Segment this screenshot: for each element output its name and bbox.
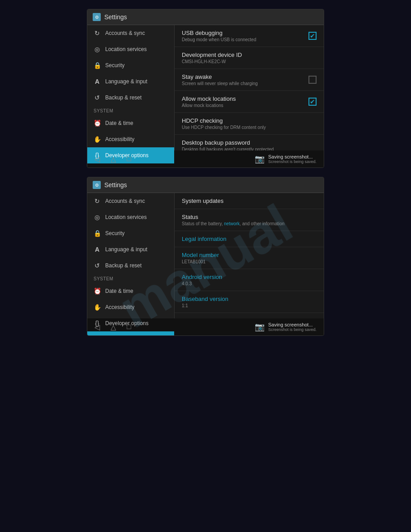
sidebar-label-accessibility-2: Accessibility [105, 304, 134, 310]
sidebar-label-language-1: Language & input [105, 78, 147, 85]
screenshot-icon-1: 📷 [255, 154, 265, 164]
sync-icon-1: ↻ [94, 30, 101, 37]
language-icon-1: A [94, 78, 101, 85]
settings-icon-1: ⚙ [93, 13, 101, 21]
setting-device-id[interactable]: Development device ID CMSI-HGLH-KE2C-W [175, 47, 324, 69]
home-button-2[interactable]: △ [111, 323, 116, 331]
system-updates-title: System updates [182, 197, 317, 204]
status-subtitle: Status of the battery, network, and othe… [182, 221, 317, 226]
sidebar-item-about-2[interactable]: ⓘ About tablet [87, 331, 174, 336]
stay-awake-checkbox[interactable] [308, 76, 317, 84]
panel-about-tablet: ⚙ Settings ↻ Accounts & sync ◎ Location … [87, 177, 324, 336]
about-legal[interactable]: Legal information [175, 231, 324, 247]
sidebar-item-language-1[interactable]: A Language & input [87, 73, 174, 90]
about-system-updates[interactable]: System updates [175, 193, 324, 209]
android-subtitle: 4.0.3 [182, 281, 317, 286]
setting-desktop-backup[interactable]: Desktop backup password Desktop full bac… [175, 135, 324, 150]
sidebar-label-location-1: Location services [105, 46, 147, 52]
panel2-content: ↻ Accounts & sync ◎ Location services 🔒 … [87, 193, 324, 318]
back-button-1[interactable]: ◁ [94, 155, 100, 163]
panel-developer-options: ⚙ Settings ↻ Accounts & sync ◎ Location … [87, 9, 324, 168]
backup-pwd-subtitle: Desktop full backups aren't currently pr… [182, 147, 317, 150]
stay-awake-title: Stay awake [182, 73, 308, 80]
setting-hdcp[interactable]: HDCP checking Use HDCP checking for DRM … [175, 113, 324, 135]
panel2-title: Settings [104, 181, 127, 189]
screenshot-subtitle-1: Screenshot is being saved. [268, 159, 317, 164]
mock-loc-checkbox[interactable]: ✔ [308, 98, 317, 106]
hdcp-subtitle: Use HDCP checking for DRM content only [182, 125, 317, 130]
sidebar-item-security-2[interactable]: 🔒 Security [87, 225, 174, 241]
home-button-1[interactable]: △ [111, 155, 116, 163]
panel1-sidebar: ↻ Accounts & sync ◎ Location services 🔒 … [87, 25, 175, 150]
model-subtitle: LETAB1001 [182, 259, 317, 264]
location-icon-2: ◎ [94, 214, 101, 221]
usb-debug-checkbox[interactable]: ✔ [308, 32, 317, 40]
hdcp-title: HDCP checking [182, 117, 317, 124]
sidebar-label-accounts-sync-1: Accounts & sync [105, 30, 145, 36]
setting-stay-awake[interactable]: Stay awake Screen will never sleep while… [175, 69, 324, 91]
panel1-main: USB debugging Debug mode when USB is con… [175, 25, 324, 150]
usb-debug-subtitle: Debug mode when USB is connected [182, 37, 308, 42]
mock-loc-title: Allow mock locations [182, 95, 308, 102]
legal-title: Legal information [182, 236, 317, 242]
sidebar-item-backup-2[interactable]: ↺ Backup & reset [87, 257, 174, 274]
sidebar-item-accessibility-2[interactable]: ✋ Accessibility [87, 299, 174, 315]
panel1-title: Settings [104, 13, 127, 21]
about-android-version[interactable]: Android version 4.0.3 [175, 269, 324, 291]
recent-button-1[interactable]: □ [127, 155, 131, 163]
screenshot-notification-1: 📷 Saving screenshot... Screenshot is bei… [255, 154, 317, 164]
panel2-about-content: System updates Status Status of the batt… [175, 193, 324, 318]
setting-mock-locations[interactable]: Allow mock locations Allow mock location… [175, 91, 324, 113]
device-id-subtitle: CMSI-HGLH-KE2C-W [182, 59, 317, 64]
back-button-2[interactable]: ◁ [94, 323, 100, 331]
device-id-title: Development device ID [182, 51, 317, 58]
stay-awake-subtitle: Screen will never sleep while charging [182, 81, 308, 86]
recent-button-2[interactable]: □ [127, 323, 131, 331]
status-title: Status [182, 214, 317, 220]
about-status[interactable]: Status Status of the battery, network, a… [175, 209, 324, 231]
sidebar-label-datetime-1: Date & time [105, 120, 133, 126]
lock-icon-2: 🔒 [94, 230, 101, 237]
sidebar-label-security-2: Security [105, 230, 124, 236]
model-title: Model number [182, 252, 317, 258]
system-header-2: SYSTEM [87, 274, 174, 283]
about-kernel-version[interactable]: Kernel version 3.0.8+inet.omelive@inetSo… [175, 313, 324, 318]
sidebar-label-location-2: Location services [105, 214, 147, 220]
backup-icon-2: ↺ [94, 262, 101, 269]
sidebar-label-backup-1: Backup & reset [105, 94, 141, 101]
sidebar-label-accounts-sync-2: Accounts & sync [105, 198, 145, 204]
sidebar-item-security-1[interactable]: 🔒 Security [87, 57, 174, 73]
sidebar-item-about-1[interactable]: ⓘ About tablet [87, 163, 174, 168]
backup-icon-1: ↺ [94, 94, 101, 101]
sidebar-label-backup-2: Backup & reset [105, 262, 141, 269]
sidebar-item-accounts-sync-1[interactable]: ↻ Accounts & sync [87, 25, 174, 41]
sidebar-item-language-2[interactable]: A Language & input [87, 241, 174, 257]
sidebar-item-accounts-sync-2[interactable]: ↻ Accounts & sync [87, 193, 174, 209]
sidebar-label-language-2: Language & input [105, 246, 147, 253]
panel2-sidebar: ↻ Accounts & sync ◎ Location services 🔒 … [87, 193, 175, 318]
sync-icon-2: ↻ [94, 197, 101, 205]
baseband-subtitle: 1:1 [182, 303, 317, 308]
backup-pwd-title: Desktop backup password [182, 139, 317, 146]
sidebar-item-location-2[interactable]: ◎ Location services [87, 209, 174, 225]
system-header-1: SYSTEM [87, 106, 174, 115]
sidebar-item-backup-1[interactable]: ↺ Backup & reset [87, 90, 174, 106]
sidebar-label-datetime-2: Date & time [105, 288, 133, 294]
kernel-title: Kernel version [182, 317, 317, 318]
about-baseband-version[interactable]: Baseband version 1:1 [175, 291, 324, 313]
about-model-number[interactable]: Model number LETAB1001 [175, 247, 324, 269]
location-icon-1: ◎ [94, 46, 101, 53]
language-icon-2: A [94, 246, 101, 253]
sidebar-item-location-1[interactable]: ◎ Location services [87, 41, 174, 57]
mock-loc-subtitle: Allow mock locations [182, 103, 308, 108]
screenshot-notification-2: 📷 Saving screenshot... Screenshot is bei… [255, 322, 317, 332]
setting-usb-debugging[interactable]: USB debugging Debug mode when USB is con… [175, 25, 324, 47]
lock-icon-1: 🔒 [94, 62, 101, 69]
sidebar-item-datetime-2[interactable]: ⏰ Date & time [87, 283, 174, 299]
sidebar-item-accessibility-1[interactable]: ✋ Accessibility [87, 131, 174, 147]
title-bar-2: ⚙ Settings [87, 177, 324, 193]
clock-icon-2: ⏰ [94, 287, 101, 295]
accessibility-icon-2: ✋ [94, 304, 101, 311]
sidebar-item-datetime-1[interactable]: ⏰ Date & time [87, 115, 174, 131]
nav-icons-2: ◁ △ □ [94, 323, 131, 331]
